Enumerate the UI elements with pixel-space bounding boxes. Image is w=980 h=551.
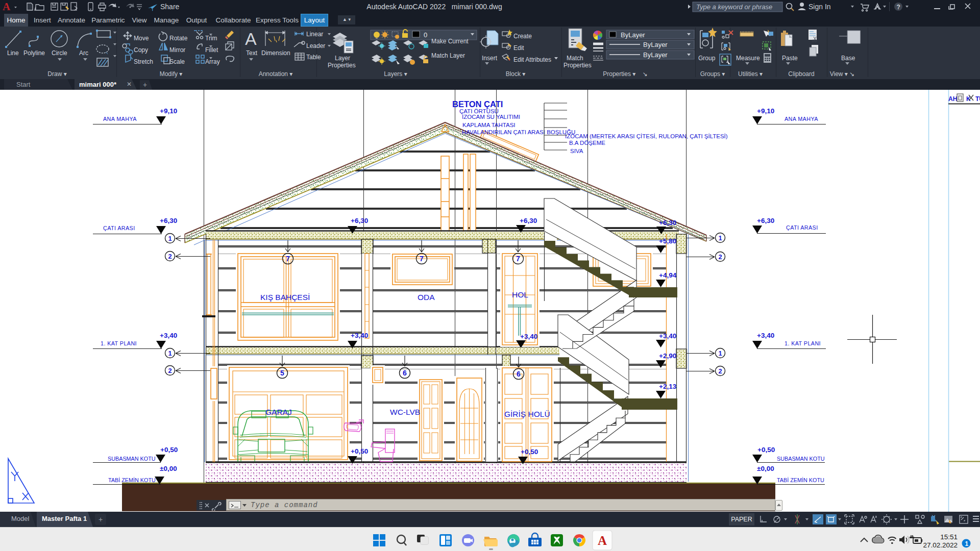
- svg-text:Linear: Linear: [306, 31, 323, 38]
- svg-text:Trim: Trim: [205, 35, 217, 42]
- svg-text:Properties: Properties: [564, 62, 592, 69]
- svg-text:Share: Share: [160, 3, 180, 11]
- svg-text:Copy: Copy: [134, 46, 148, 54]
- svg-text:Type a keyword or phrase: Type a keyword or phrase: [696, 3, 772, 11]
- svg-text:Line: Line: [7, 49, 19, 57]
- svg-text:Array: Array: [205, 58, 220, 65]
- svg-text:A: A: [3, 1, 11, 13]
- svg-text:Rotate: Rotate: [169, 35, 188, 42]
- svg-text:Group: Group: [698, 55, 716, 62]
- svg-text:Scale: Scale: [169, 58, 185, 65]
- svg-text:?: ?: [897, 4, 900, 11]
- svg-text:Stretch: Stretch: [134, 58, 153, 65]
- svg-text:Arc: Arc: [79, 49, 88, 57]
- svg-text:Insert: Insert: [482, 55, 498, 62]
- svg-text:ByLayer: ByLayer: [643, 51, 668, 59]
- svg-text:Mirror: Mirror: [169, 46, 185, 54]
- svg-text:1: 1: [965, 540, 969, 547]
- svg-text:27.02.2022: 27.02.2022: [923, 541, 958, 549]
- svg-text:Measure: Measure: [736, 55, 760, 62]
- svg-text:Table: Table: [306, 54, 321, 61]
- svg-text:Dimension: Dimension: [261, 49, 290, 57]
- svg-text:ByLayer: ByLayer: [643, 41, 668, 48]
- svg-text:Text: Text: [246, 49, 258, 57]
- svg-text:Leader: Leader: [306, 42, 325, 49]
- svg-text:Circle: Circle: [52, 49, 67, 57]
- svg-text:A: A: [598, 534, 607, 547]
- svg-text:Base: Base: [841, 55, 855, 62]
- svg-text:Polyline: Polyline: [23, 49, 45, 57]
- svg-text:15:51: 15:51: [940, 533, 958, 541]
- svg-text:Fillet: Fillet: [205, 46, 218, 54]
- svg-text:Properties: Properties: [328, 62, 356, 69]
- svg-text:ByLayer: ByLayer: [621, 31, 645, 39]
- svg-text:Sign In: Sign In: [808, 3, 831, 11]
- svg-text:Layer: Layer: [335, 55, 350, 62]
- svg-text:0: 0: [424, 31, 427, 39]
- svg-text:Move: Move: [134, 35, 149, 42]
- svg-text:Paste: Paste: [782, 55, 798, 62]
- svg-text:Match: Match: [567, 55, 583, 62]
- svg-text:A: A: [245, 29, 257, 48]
